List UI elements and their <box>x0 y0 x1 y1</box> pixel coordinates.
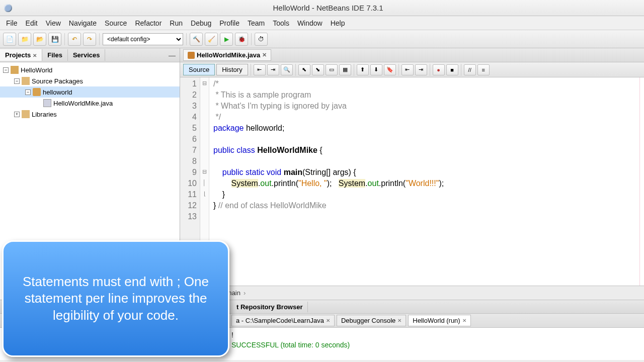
code-editor[interactable]: 12345678910111213 ⊟ ⊟│⌊ /* * This is a s… <box>180 77 644 286</box>
code-content[interactable]: /* * This is a sample program * What's I… <box>209 77 644 286</box>
tip-callout: Statements must end with ; One statement… <box>2 240 229 357</box>
editor-panel: HelloWorldMike.java ✕ Source History ⇤ ⇥… <box>180 48 644 300</box>
menu-team[interactable]: Team <box>244 18 269 29</box>
run-config-select[interactable]: <default config> <box>103 33 183 45</box>
next-bookmark-button[interactable]: ⬇ <box>370 64 382 75</box>
editor-tab-label: HelloWorldMike.java <box>197 51 260 59</box>
window-title: HelloWorld - NetBeans IDE 7.3.1 <box>16 4 640 12</box>
find-prev-button[interactable]: ⬉ <box>298 64 310 75</box>
close-icon[interactable]: ✕ <box>33 53 37 58</box>
expand-icon[interactable]: − <box>3 67 9 73</box>
macro-record-button[interactable]: ● <box>433 64 445 75</box>
menu-run[interactable]: Run <box>166 18 187 29</box>
menu-refactor[interactable]: Refactor <box>131 18 166 29</box>
build-button[interactable]: 🔨 <box>190 33 203 46</box>
tab-files[interactable]: Files <box>42 49 68 61</box>
output-tab-java[interactable]: a - C:\SampleCode\LearnJava✕ <box>231 315 335 326</box>
tree-sources[interactable]: Source Packages <box>32 77 83 85</box>
close-tab-icon[interactable]: ✕ <box>262 52 267 58</box>
menu-help[interactable]: Help <box>327 18 349 29</box>
redo-button[interactable]: ↷ <box>83 33 96 46</box>
minimize-panel-button[interactable]: — <box>169 51 176 59</box>
expand-icon[interactable]: − <box>14 78 20 84</box>
close-icon[interactable]: ✕ <box>462 318 466 323</box>
expand-icon[interactable]: + <box>14 112 20 117</box>
java-file-icon <box>43 99 51 107</box>
editor-tab[interactable]: HelloWorldMike.java ✕ <box>183 49 271 61</box>
project-icon <box>11 66 19 74</box>
new-project-button[interactable]: 📁 <box>18 33 31 46</box>
tree-libraries[interactable]: Libraries <box>32 111 57 118</box>
app-logo-icon <box>4 4 12 12</box>
java-file-icon <box>188 52 195 59</box>
package-icon <box>33 88 41 96</box>
uncomment-button[interactable]: ≡ <box>477 64 490 75</box>
menu-profile[interactable]: Profile <box>215 18 244 29</box>
comment-button[interactable]: // <box>464 64 476 75</box>
find-selection-button[interactable]: 🔍 <box>281 64 293 75</box>
libraries-icon <box>22 110 30 118</box>
undo-button[interactable]: ↶ <box>68 33 81 46</box>
close-icon[interactable]: ✕ <box>397 318 401 323</box>
repo-browser-tab[interactable]: t Repository Browser <box>231 302 308 312</box>
titlebar: HelloWorld - NetBeans IDE 7.3.1 <box>0 0 644 16</box>
main-toolbar: 📄 📁 📂 💾 ↶ ↷ <default config> 🔨 🧹 ▶ 🐞 ⏱ <box>0 30 644 48</box>
breadcrumb: Mike › main › <box>180 286 644 300</box>
chevron-right-icon: › <box>244 289 246 297</box>
shift-left-button[interactable]: ⇤ <box>401 64 414 75</box>
output-line: SUCCESSFUL (total time: 0 seconds) <box>231 340 640 350</box>
run-button[interactable]: ▶ <box>220 33 233 46</box>
menu-debug[interactable]: Debug <box>187 18 215 29</box>
macro-stop-button[interactable]: ■ <box>446 64 458 75</box>
shift-right-button[interactable]: ⇥ <box>415 64 427 75</box>
debug-button[interactable]: 🐞 <box>235 33 248 46</box>
toggle-highlight-button[interactable]: ▭ <box>326 64 338 75</box>
menubar: File Edit View Navigate Source Refactor … <box>0 16 644 30</box>
menu-source[interactable]: Source <box>101 18 131 29</box>
tree-package[interactable]: helloworld <box>43 88 72 96</box>
save-all-button[interactable]: 💾 <box>48 33 61 46</box>
menu-navigate[interactable]: Navigate <box>65 18 101 29</box>
open-project-button[interactable]: 📂 <box>33 33 46 46</box>
menu-window[interactable]: Window <box>293 18 327 29</box>
output-tab-run[interactable]: HelloWorld (run)✕ <box>408 315 470 326</box>
new-file-button[interactable]: 📄 <box>3 33 16 46</box>
profile-button[interactable]: ⏱ <box>255 33 268 46</box>
expand-icon[interactable]: − <box>25 89 31 95</box>
toggle-bookmark-button[interactable]: 🔖 <box>384 64 396 75</box>
output-tab-debugger[interactable]: Debugger Console✕ <box>337 315 406 326</box>
callout-text: Statements must end with ; One statement… <box>18 274 214 324</box>
toggle-rect-button[interactable]: ▦ <box>339 64 351 75</box>
menu-edit[interactable]: Edit <box>22 18 42 29</box>
prev-bookmark-button[interactable]: ⬆ <box>357 64 369 75</box>
output-line: ! <box>231 330 640 340</box>
tree-file[interactable]: HelloWorldMike.java <box>53 100 113 107</box>
clean-build-button[interactable]: 🧹 <box>205 33 218 46</box>
forward-button[interactable]: ⇥ <box>267 64 279 75</box>
tab-source[interactable]: Source <box>183 64 215 75</box>
last-edit-button[interactable]: ⇤ <box>254 64 266 75</box>
sources-icon <box>22 77 30 85</box>
tree-project[interactable]: HelloWorld <box>21 66 52 74</box>
tab-history[interactable]: History <box>216 64 248 75</box>
menu-view[interactable]: View <box>42 18 65 29</box>
close-icon[interactable]: ✕ <box>326 318 330 323</box>
menu-tools[interactable]: Tools <box>269 18 293 29</box>
tab-services[interactable]: Services <box>68 49 106 61</box>
tab-projects[interactable]: Projects✕ <box>0 49 42 61</box>
menu-file[interactable]: File <box>2 18 22 29</box>
find-next-button[interactable]: ⬊ <box>312 64 324 75</box>
